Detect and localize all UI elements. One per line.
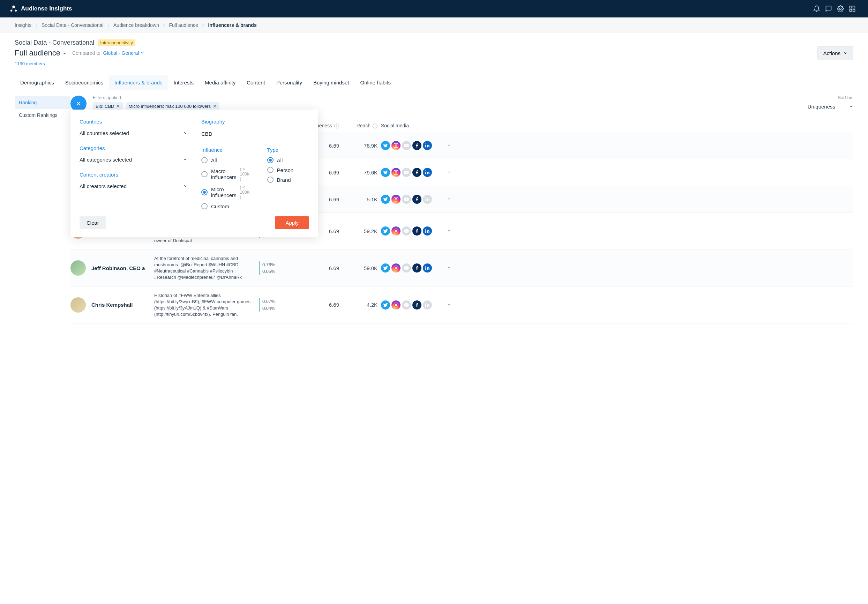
facebook-icon[interactable] (412, 195, 422, 204)
linkedin-icon[interactable] (423, 168, 432, 177)
apps-icon[interactable] (846, 3, 858, 15)
affinity-values: 0.67%0.04% (259, 298, 290, 312)
twitter-icon[interactable] (381, 264, 390, 273)
breadcrumb-separator: › (163, 22, 165, 28)
actions-button[interactable]: Actions (817, 47, 853, 60)
breadcrumb-item[interactable]: Full audience (169, 22, 198, 28)
youtube-icon[interactable] (402, 227, 411, 236)
instagram-icon[interactable] (391, 300, 400, 309)
twitter-icon[interactable] (381, 195, 390, 204)
linkedin-icon[interactable] (423, 195, 432, 204)
members-link[interactable]: 1190 members (15, 61, 45, 66)
breadcrumb-item[interactable]: Social Data - Conversational (42, 22, 103, 28)
expand-row[interactable] (444, 228, 454, 234)
chip-remove-icon[interactable]: ✕ (213, 104, 217, 109)
social-links (381, 168, 440, 177)
info-icon[interactable]: i (373, 124, 378, 129)
instagram-icon[interactable] (391, 195, 400, 204)
svg-rect-5 (853, 6, 855, 8)
facebook-icon[interactable] (412, 168, 422, 177)
avatar (70, 260, 86, 276)
compared-link[interactable]: Global - General (103, 50, 145, 56)
tab-influencers-brands[interactable]: Influencers & brands (109, 75, 168, 90)
audience-dropdown[interactable]: Full audience (15, 48, 67, 57)
instagram-icon[interactable] (391, 264, 400, 273)
tab-personality[interactable]: Personality (271, 75, 308, 90)
instagram-icon[interactable] (391, 168, 400, 177)
type-heading: Type (267, 147, 309, 153)
type-option[interactable]: All (267, 157, 309, 163)
linkedin-icon[interactable] (423, 141, 432, 150)
twitter-icon[interactable] (381, 227, 390, 236)
countries-dropdown[interactable]: All countries selected (79, 129, 188, 137)
chevron-down-icon (843, 50, 848, 56)
influencer-name[interactable]: Jeff Robinson, CEO a (91, 265, 151, 271)
tab-interests[interactable]: Interests (168, 75, 200, 90)
expand-row[interactable] (444, 265, 454, 271)
sidebar-item-ranking[interactable]: Ranking (15, 96, 70, 109)
influence-option[interactable]: All (201, 157, 250, 163)
tab-content[interactable]: Content (241, 75, 271, 90)
biography-input[interactable] (201, 129, 309, 139)
affinity-values: 0.76%0.05% (259, 261, 290, 275)
compared-to: Compared to: Global - General (72, 50, 144, 56)
youtube-icon[interactable] (402, 141, 411, 150)
instagram-icon[interactable] (391, 227, 400, 236)
tab-media-affinity[interactable]: Media affinity (199, 75, 241, 90)
influence-option[interactable]: Custom (201, 203, 250, 210)
breadcrumb-item[interactable]: Insights (15, 22, 31, 28)
twitter-icon[interactable] (381, 141, 390, 150)
linkedin-icon[interactable] (423, 264, 432, 273)
tab-online-habits[interactable]: Online habits (355, 75, 396, 90)
radio-icon (201, 203, 208, 210)
expand-row[interactable] (444, 196, 454, 202)
report-title: Social Data - Conversational (15, 39, 94, 47)
youtube-icon[interactable] (402, 300, 411, 309)
tab-buying-mindset[interactable]: Buying mindset (308, 75, 355, 90)
sort-dropdown[interactable]: Uniqueness (808, 102, 853, 111)
instagram-icon[interactable] (391, 141, 400, 150)
twitter-icon[interactable] (381, 168, 390, 177)
apply-button[interactable]: Apply (275, 216, 309, 229)
twitter-icon[interactable] (381, 300, 390, 309)
linkedin-icon[interactable] (423, 227, 432, 236)
reach-value: 78.9K (343, 143, 378, 149)
creators-dropdown[interactable]: All creators selected (79, 182, 188, 191)
report-badge: Interconnectivity (98, 39, 135, 46)
radio-icon (201, 157, 208, 163)
influencer-bio: Historian of #FWW Entente allies (https:… (154, 292, 256, 318)
tab-demographics[interactable]: Demographics (15, 75, 60, 90)
breadcrumb-item[interactable]: Audience breakdown (113, 22, 159, 28)
expand-row[interactable] (444, 302, 454, 308)
filter-chip: Bio: CBD✕ (93, 102, 123, 110)
youtube-icon[interactable] (402, 168, 411, 177)
influencer-name[interactable]: Chris Kempshall (91, 302, 151, 308)
clear-button[interactable]: Clear (79, 216, 106, 229)
type-option[interactable]: Brand (267, 177, 309, 183)
linkedin-icon[interactable] (423, 300, 432, 309)
facebook-icon[interactable] (412, 264, 422, 273)
audience-label: Full audience (15, 48, 60, 57)
facebook-icon[interactable] (412, 141, 422, 150)
youtube-icon[interactable] (402, 195, 411, 204)
categories-dropdown[interactable]: All categories selected (79, 155, 188, 164)
youtube-icon[interactable] (402, 264, 411, 273)
svg-point-13 (397, 171, 398, 172)
app-logo[interactable]: Audiense Insights (10, 5, 72, 12)
social-links (381, 195, 440, 204)
chip-remove-icon[interactable]: ✕ (116, 104, 120, 109)
info-icon[interactable]: i (334, 124, 339, 129)
settings-icon[interactable] (834, 3, 846, 15)
facebook-icon[interactable] (412, 300, 422, 309)
expand-row[interactable] (444, 143, 454, 148)
sidebar-item-custom-rankings[interactable]: Custom Rankings (15, 109, 70, 121)
influence-option[interactable]: Macro influencers( > 100K ) (201, 167, 250, 182)
radio-icon (267, 167, 273, 173)
expand-row[interactable] (444, 169, 454, 175)
influence-option[interactable]: Micro influencers( < 100K ) (201, 185, 250, 200)
notifications-icon[interactable] (811, 3, 823, 15)
type-option[interactable]: Person (267, 167, 309, 173)
facebook-icon[interactable] (412, 227, 422, 236)
tab-socioeconomics[interactable]: Socioeconomics (60, 75, 109, 90)
chat-icon[interactable] (823, 3, 834, 15)
